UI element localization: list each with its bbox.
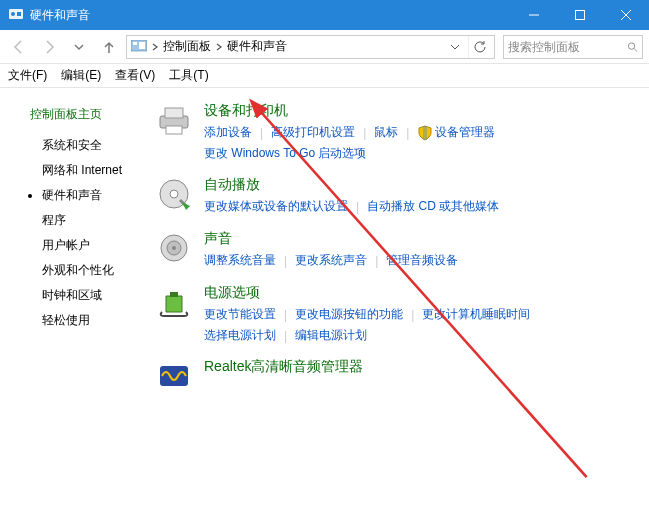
menubar: 文件(F) 编辑(E) 查看(V) 工具(T) bbox=[0, 64, 649, 88]
svg-rect-2 bbox=[17, 12, 21, 16]
link-system-sound[interactable]: 更改系统声音 bbox=[295, 252, 367, 269]
sidebar-item[interactable]: 硬件和声音 bbox=[12, 183, 150, 208]
forward-button[interactable] bbox=[36, 34, 62, 60]
breadcrumb-seg-hardware-sound[interactable]: 硬件和声音 bbox=[227, 38, 287, 55]
link-volume[interactable]: 调整系统音量 bbox=[204, 252, 276, 269]
breadcrumb-icon bbox=[131, 40, 147, 54]
refresh-button[interactable] bbox=[468, 36, 490, 58]
sidebar-item[interactable]: 网络和 Internet bbox=[12, 158, 150, 183]
svg-rect-3 bbox=[576, 11, 585, 20]
menu-tools[interactable]: 工具(T) bbox=[169, 67, 208, 84]
category-title[interactable]: 声音 bbox=[204, 230, 641, 248]
sidebar-item[interactable]: 时钟和区域 bbox=[12, 283, 150, 308]
printer-icon bbox=[154, 102, 194, 142]
sidebar-item[interactable]: 轻松使用 bbox=[12, 308, 150, 333]
svg-rect-9 bbox=[165, 108, 183, 118]
menu-view[interactable]: 查看(V) bbox=[115, 67, 155, 84]
sidebar: 控制面板主页 系统和安全网络和 Internet硬件和声音程序用户帐户外观和个性… bbox=[0, 88, 150, 527]
link-mouse[interactable]: 鼠标 bbox=[374, 124, 398, 141]
window-controls bbox=[511, 0, 649, 30]
category-devices-printers: 设备和打印机 添加设备| 高级打印机设置| 鼠标| 设备管理器 更改 Windo… bbox=[154, 102, 641, 162]
window-title: 硬件和声音 bbox=[30, 7, 511, 24]
link-autoplay-cd[interactable]: 自动播放 CD 或其他媒体 bbox=[367, 198, 499, 215]
link-windows-togo[interactable]: 更改 Windows To Go 启动选项 bbox=[204, 145, 366, 162]
link-audio-device[interactable]: 管理音频设备 bbox=[386, 252, 458, 269]
svg-point-1 bbox=[11, 12, 15, 16]
svg-rect-6 bbox=[139, 42, 145, 49]
link-power-plan[interactable]: 选择电源计划 bbox=[204, 327, 276, 344]
recent-locations-button[interactable] bbox=[66, 34, 92, 60]
speaker-icon bbox=[154, 230, 194, 270]
svg-point-16 bbox=[172, 246, 176, 250]
svg-point-7 bbox=[628, 42, 634, 48]
category-title[interactable]: 自动播放 bbox=[204, 176, 641, 194]
menu-file[interactable]: 文件(F) bbox=[8, 67, 47, 84]
close-button[interactable] bbox=[603, 0, 649, 30]
link-autoplay-defaults[interactable]: 更改媒体或设备的默认设置 bbox=[204, 198, 348, 215]
link-edit-plan[interactable]: 编辑电源计划 bbox=[295, 327, 367, 344]
breadcrumb[interactable]: 控制面板 硬件和声音 bbox=[126, 35, 495, 59]
chevron-right-icon bbox=[151, 40, 159, 54]
svg-rect-17 bbox=[170, 292, 178, 297]
search-input[interactable] bbox=[508, 40, 627, 54]
main-content: 设备和打印机 添加设备| 高级打印机设置| 鼠标| 设备管理器 更改 Windo… bbox=[150, 88, 649, 527]
menu-edit[interactable]: 编辑(E) bbox=[61, 67, 101, 84]
shield-icon bbox=[417, 125, 433, 141]
category-autoplay: 自动播放 更改媒体或设备的默认设置| 自动播放 CD 或其他媒体 bbox=[154, 176, 641, 216]
category-sound: 声音 调整系统音量| 更改系统声音| 管理音频设备 bbox=[154, 230, 641, 270]
minimize-button[interactable] bbox=[511, 0, 557, 30]
link-power-button[interactable]: 更改电源按钮的功能 bbox=[295, 306, 403, 323]
category-realtek: Realtek高清晰音频管理器 bbox=[154, 358, 641, 398]
svg-rect-10 bbox=[166, 126, 182, 134]
breadcrumb-seg-control-panel[interactable]: 控制面板 bbox=[163, 38, 211, 55]
category-power: 电源选项 更改节能设置| 更改电源按钮的功能| 更改计算机睡眠时间 选择电源计划… bbox=[154, 284, 641, 344]
category-title[interactable]: 设备和打印机 bbox=[204, 102, 641, 120]
address-bar: 控制面板 硬件和声音 bbox=[0, 30, 649, 64]
svg-rect-5 bbox=[133, 42, 137, 45]
maximize-button[interactable] bbox=[557, 0, 603, 30]
link-device-manager[interactable]: 设备管理器 bbox=[435, 124, 495, 141]
link-power-saving[interactable]: 更改节能设置 bbox=[204, 306, 276, 323]
category-title[interactable]: 电源选项 bbox=[204, 284, 641, 302]
sidebar-item[interactable]: 系统和安全 bbox=[12, 133, 150, 158]
breadcrumb-dropdown[interactable] bbox=[446, 36, 464, 58]
autoplay-icon bbox=[154, 176, 194, 216]
link-adv-printer[interactable]: 高级打印机设置 bbox=[271, 124, 355, 141]
search-icon bbox=[627, 41, 638, 53]
link-sleep[interactable]: 更改计算机睡眠时间 bbox=[422, 306, 530, 323]
category-title[interactable]: Realtek高清晰音频管理器 bbox=[204, 358, 641, 376]
svg-point-12 bbox=[170, 190, 178, 198]
svg-rect-18 bbox=[160, 366, 188, 386]
battery-icon bbox=[154, 284, 194, 324]
svg-marker-13 bbox=[182, 202, 190, 210]
sidebar-heading[interactable]: 控制面板主页 bbox=[12, 106, 150, 123]
chevron-right-icon bbox=[215, 40, 223, 54]
realtek-icon bbox=[154, 358, 194, 398]
search-box[interactable] bbox=[503, 35, 643, 59]
titlebar: 硬件和声音 bbox=[0, 0, 649, 30]
control-panel-icon bbox=[8, 7, 24, 23]
up-button[interactable] bbox=[96, 34, 122, 60]
sidebar-item[interactable]: 程序 bbox=[12, 208, 150, 233]
sidebar-item[interactable]: 用户帐户 bbox=[12, 233, 150, 258]
link-add-device[interactable]: 添加设备 bbox=[204, 124, 252, 141]
sidebar-item[interactable]: 外观和个性化 bbox=[12, 258, 150, 283]
back-button[interactable] bbox=[6, 34, 32, 60]
